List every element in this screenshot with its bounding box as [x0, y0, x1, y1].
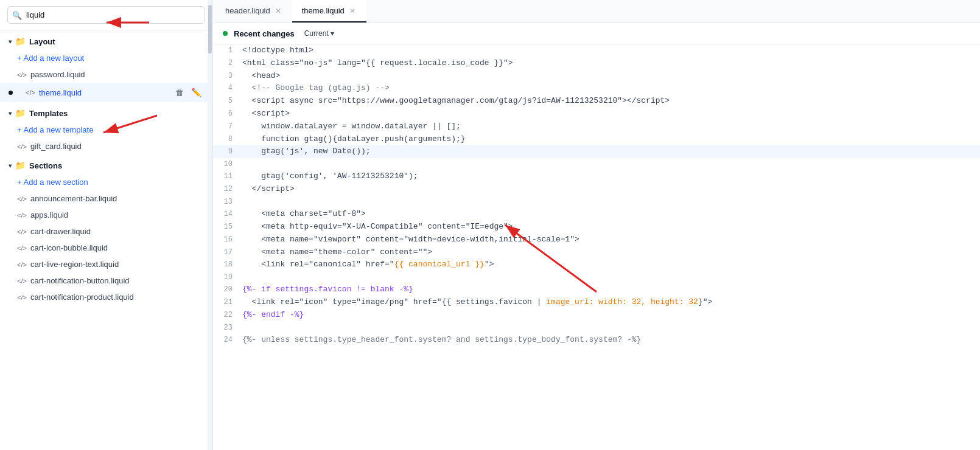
code-line: 22{%- endif -%} — [213, 309, 980, 322]
code-token: <link rel="icon" type="image/png" href="… — [242, 297, 546, 306]
line-number: 17 — [213, 246, 240, 259]
line-number: 3 — [213, 70, 240, 83]
file-item-cart-icon-bubble[interactable]: </> cart-icon-bubble.liquid — [0, 240, 212, 256]
chevron-down-icon: ▾ — [331, 29, 334, 38]
recent-changes-bar: Recent changes Current ▾ — [213, 23, 980, 44]
code-token: {%- endif -%} — [242, 310, 304, 319]
code-line: 15 <meta http-equiv="X-UA-Compatible" co… — [213, 221, 980, 234]
line-number: 1 — [213, 44, 240, 57]
code-icon: </> — [17, 277, 27, 285]
code-line: 20{%- if settings.favicon != blank -%} — [213, 283, 980, 296]
current-badge[interactable]: Current ▾ — [301, 28, 338, 39]
line-content: <meta http-equiv="X-UA-Compatible" conte… — [240, 221, 980, 234]
code-token: <!-- Google tag (gtag.js) --> — [242, 83, 390, 92]
code-icon: </> — [17, 228, 27, 235]
code-line: 21 <link rel="icon" type="image/png" hre… — [213, 296, 980, 309]
line-content: <!-- Google tag (gtag.js) --> — [240, 82, 980, 95]
code-icon: </> — [17, 294, 27, 301]
code-icon: </> — [17, 212, 27, 219]
tabs-bar: header.liquid ✕ theme.liquid ✕ — [213, 0, 980, 23]
file-name: cart-live-region-text.liquid — [30, 260, 119, 269]
code-token: <!doctype html> — [242, 46, 313, 55]
code-editor[interactable]: 1<!doctype html>2<html class="no-js" lan… — [213, 44, 980, 450]
line-content: <script async src="https://www.googletag… — [240, 95, 980, 108]
code-line: 17 <meta name="theme-color" content=""> — [213, 246, 980, 259]
line-number: 15 — [213, 221, 240, 234]
code-line: 7 window.dataLayer = window.dataLayer ||… — [213, 120, 980, 133]
code-line: 9 gtag('js', new Date()); — [213, 145, 980, 158]
line-number: 9 — [213, 145, 240, 158]
code-line: 24{%- unless settings.type_header_font.s… — [213, 334, 980, 347]
line-number: 2 — [213, 57, 240, 70]
code-lines: 1<!doctype html>2<html class="no-js" lan… — [213, 44, 980, 347]
line-content — [240, 271, 980, 283]
line-number: 8 — [213, 133, 240, 146]
add-layout-link[interactable]: + Add a new layout — [0, 50, 212, 66]
code-token: gtag('js', new Date()); — [242, 147, 371, 156]
line-content — [240, 322, 980, 334]
edit-button[interactable]: ✏️ — [189, 86, 204, 99]
file-name: cart-notification-product.liquid — [30, 292, 134, 302]
code-icon: </> — [17, 89, 35, 96]
line-content — [240, 196, 980, 208]
line-content: {%- unless settings.type_header_font.sys… — [240, 334, 980, 347]
file-item-cart-notif-btn[interactable]: </> cart-notification-button.liquid — [0, 272, 212, 289]
line-number: 10 — [213, 158, 240, 170]
file-item-cart-notif-product[interactable]: </> cart-notification-product.liquid — [0, 289, 212, 305]
layout-header[interactable]: ▾ 📁 Layout — [0, 30, 212, 50]
line-number: 13 — [213, 196, 240, 208]
line-number: 6 — [213, 108, 240, 120]
tab-label-theme: theme.liquid — [302, 6, 345, 15]
file-item-cart-drawer[interactable]: </> cart-drawer.liquid — [0, 223, 212, 240]
line-content: function gtag(){dataLayer.push(arguments… — [240, 133, 980, 146]
code-token: gtag('config', 'AW-11213253210'); — [242, 171, 418, 181]
add-template-link[interactable]: + Add a new template — [0, 122, 212, 138]
line-content: </script> — [240, 183, 980, 196]
file-item-theme[interactable]: </> theme.liquid 🗑 ✏️ — [0, 83, 212, 102]
code-token: <meta charset="utf-8"> — [242, 209, 366, 218]
code-token: function gtag(){dataLayer.push(arguments… — [242, 134, 466, 144]
code-token: <script async src="https://www.googletag… — [242, 96, 670, 105]
file-item-announcement-bar[interactable]: </> announcement-bar.liquid — [0, 190, 212, 207]
code-line: 10 — [213, 158, 980, 170]
sections-label: Sections — [29, 161, 62, 170]
code-token: <script> — [242, 109, 290, 118]
active-dot — [9, 91, 13, 95]
line-number: 19 — [213, 271, 240, 283]
file-item-cart-live-region[interactable]: </> cart-live-region-text.liquid — [0, 256, 212, 272]
file-item-giftcard[interactable]: </> gift_card.liquid — [0, 138, 212, 154]
code-token: {%- if settings.favicon != blank -%} — [242, 285, 413, 294]
add-section-link[interactable]: + Add a new section — [0, 174, 212, 190]
close-tab-theme[interactable]: ✕ — [348, 7, 357, 15]
file-name-theme: theme.liquid — [39, 88, 82, 97]
templates-group: ▾ 📁 Templates + Add a new template </> g… — [0, 102, 212, 154]
layout-group: ▾ 📁 Layout + Add a new layout </> passwo… — [0, 30, 212, 102]
sections-header[interactable]: ▾ 📁 Sections — [0, 154, 212, 174]
search-icon: 🔍 — [12, 10, 22, 19]
line-number: 20 — [213, 283, 240, 296]
layout-label: Layout — [29, 37, 55, 46]
line-content: <script> — [240, 108, 980, 120]
line-content: <meta name="theme-color" content=""> — [240, 246, 980, 259]
code-line: 8 function gtag(){dataLayer.push(argumen… — [213, 133, 980, 146]
sidebar-scroll: ▾ 📁 Layout + Add a new layout </> passwo… — [0, 30, 212, 450]
file-item-password[interactable]: </> password.liquid — [0, 66, 212, 83]
tab-theme-liquid[interactable]: theme.liquid ✕ — [292, 0, 366, 22]
templates-header[interactable]: ▾ 📁 Templates — [0, 102, 212, 122]
tab-header-liquid[interactable]: header.liquid ✕ — [215, 0, 292, 22]
file-item-apps[interactable]: </> apps.liquid — [0, 207, 212, 223]
delete-button[interactable]: 🗑 — [173, 86, 186, 99]
line-number: 5 — [213, 95, 240, 108]
code-token: <meta name="viewport" content="width=dev… — [242, 235, 579, 244]
code-icon: </> — [17, 244, 27, 252]
folder-icon: 📁 — [15, 108, 26, 118]
search-input[interactable] — [7, 6, 205, 24]
line-content: <head> — [240, 70, 980, 83]
code-line: 12 </script> — [213, 183, 980, 196]
sidebar-scrollbar[interactable] — [208, 0, 212, 450]
close-tab-header[interactable]: ✕ — [274, 7, 282, 15]
recent-changes-label: Recent changes — [234, 29, 295, 38]
line-number: 23 — [213, 322, 240, 334]
file-name: cart-drawer.liquid — [30, 227, 91, 236]
code-token: </script> — [242, 184, 295, 193]
